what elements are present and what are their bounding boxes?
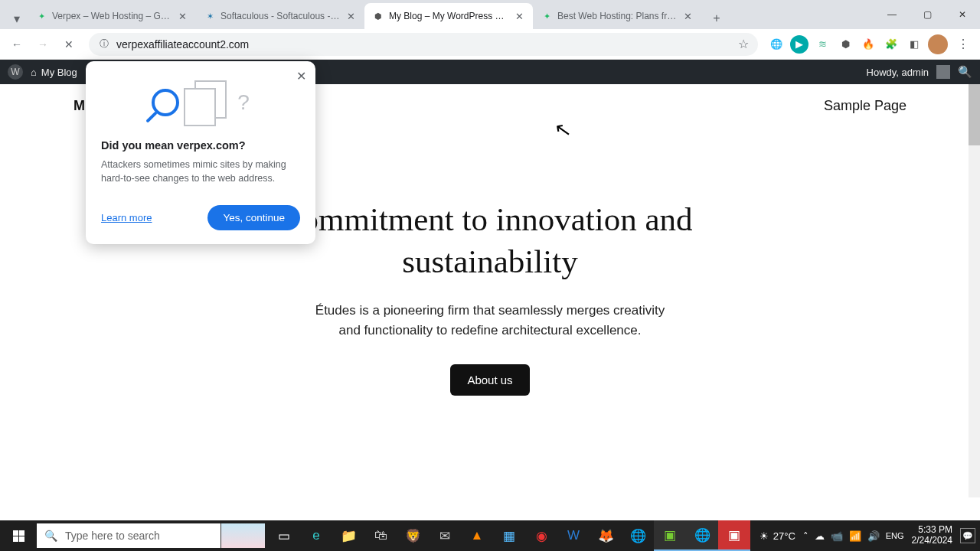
- chrome-icon[interactable]: 🌐: [622, 520, 654, 551]
- home-icon: ⌂: [31, 67, 37, 78]
- favicon-icon: ⬢: [372, 10, 384, 22]
- nav-sample-page[interactable]: Sample Page: [824, 98, 906, 114]
- wp-greeting[interactable]: Howdy, admin: [867, 67, 929, 78]
- camtasia-icon[interactable]: ▣: [654, 520, 686, 551]
- weather-temp: 27°C: [773, 530, 795, 542]
- brave-icon[interactable]: 🦁: [397, 520, 429, 551]
- extensions-row: 🌐 ▶ ≋ ⬢ 🔥 🧩 ◧ ⋮: [767, 34, 974, 55]
- mail-icon[interactable]: ✉: [429, 520, 461, 551]
- vlc-icon[interactable]: ▲: [461, 520, 493, 551]
- extension-icon[interactable]: 🔥: [859, 35, 877, 54]
- extension-icon[interactable]: 🌐: [767, 35, 786, 54]
- document-icon: [184, 88, 216, 126]
- recorder-icon[interactable]: ▣: [718, 520, 750, 551]
- tray-chevron-icon[interactable]: ˄: [803, 530, 808, 542]
- site-title[interactable]: M: [74, 98, 85, 114]
- close-icon[interactable]: ✕: [296, 69, 306, 83]
- tab-title: Softaculous - Softaculous - Wo: [220, 11, 340, 21]
- taskbar-news-widget[interactable]: [220, 523, 265, 548]
- volume-icon[interactable]: 🔊: [867, 530, 880, 542]
- weather-icon: ☀: [760, 530, 769, 542]
- site-info-icon[interactable]: ⓘ: [98, 38, 110, 51]
- onedrive-icon[interactable]: ☁: [815, 530, 825, 542]
- wordpress-logo-icon[interactable]: W: [8, 64, 23, 80]
- side-panel-icon[interactable]: ◧: [905, 35, 923, 54]
- address-bar[interactable]: ⓘ verpexaffiliateaccount2.com ☆: [89, 33, 758, 56]
- url-text: verpexaffiliateaccount2.com: [116, 38, 732, 51]
- search-placeholder: Type here to search: [65, 530, 160, 542]
- tab-verpex[interactable]: ✦ Verpex – Web Hosting – Gold ✕: [28, 3, 196, 29]
- about-us-button[interactable]: About us: [450, 364, 529, 396]
- tab-title: My Blog – My WordPress Blog: [389, 11, 508, 21]
- search-icon: 🔍: [44, 530, 57, 542]
- extension-icon[interactable]: ≋: [813, 35, 831, 54]
- system-tray: ☀ 27°C ˄ ☁ 📹 📶 🔊 ENG 5:33 PM 2/24/2024 💬: [760, 525, 980, 546]
- yes-continue-button[interactable]: Yes, continue: [207, 205, 300, 230]
- weather-widget[interactable]: ☀ 27°C: [760, 530, 795, 542]
- start-button[interactable]: [0, 520, 37, 551]
- tab-title: Verpex – Web Hosting – Gold: [52, 11, 172, 21]
- taskbar-search[interactable]: 🔍 Type here to search: [37, 523, 220, 548]
- tab-besthosting[interactable]: ✦ Best Web Hosting: Plans from $ ✕: [533, 3, 701, 29]
- close-icon[interactable]: ✕: [345, 10, 357, 22]
- new-tab-button[interactable]: +: [706, 8, 727, 29]
- notifications-icon[interactable]: 💬: [960, 528, 975, 543]
- browser-menu-icon[interactable]: ⋮: [952, 34, 974, 55]
- stop-reload-button[interactable]: ✕: [58, 34, 80, 55]
- tab-softaculous[interactable]: ✶ Softaculous - Softaculous - Wo ✕: [196, 3, 364, 29]
- wifi-icon[interactable]: 📶: [849, 530, 861, 542]
- maximize-button[interactable]: ▢: [910, 0, 945, 29]
- search-icon[interactable]: 🔍: [958, 65, 972, 79]
- chrome-active-icon[interactable]: 🌐: [686, 520, 718, 551]
- firefox-icon[interactable]: 🦊: [590, 520, 622, 551]
- safe-browsing-popup: ✕ ? Did you mean verpex.com? Attackers s…: [86, 61, 315, 244]
- hero-body: Études is a pioneering firm that seamles…: [306, 301, 674, 341]
- vertical-scrollbar[interactable]: [969, 84, 980, 497]
- browser-tab-strip: ▾ ✦ Verpex – Web Hosting – Gold ✕ ✶ Soft…: [0, 0, 980, 29]
- app-icon[interactable]: ▦: [493, 520, 525, 551]
- clock-date: 2/24/2024: [912, 536, 952, 546]
- window-controls: — ▢ ✕: [874, 0, 980, 29]
- favicon-icon: ✶: [204, 10, 216, 22]
- extensions-puzzle-icon[interactable]: 🧩: [882, 35, 900, 54]
- windows-taskbar: 🔍 Type here to search ▭ e 📁 🛍 🦁 ✉ ▲ ▦ ◉ …: [0, 520, 980, 551]
- close-icon[interactable]: ✕: [176, 10, 188, 22]
- extension-icon[interactable]: ⬢: [836, 35, 854, 54]
- popup-title: Did you mean verpex.com?: [101, 139, 300, 152]
- favicon-icon: ✦: [35, 10, 47, 22]
- taskbar-clock[interactable]: 5:33 PM 2/24/2024: [912, 525, 952, 546]
- windows-logo-icon: [13, 530, 24, 542]
- scrollbar-thumb[interactable]: [969, 84, 980, 145]
- profile-avatar[interactable]: [928, 34, 948, 54]
- extension-icon[interactable]: ▶: [790, 35, 808, 54]
- close-icon[interactable]: ✕: [681, 10, 694, 22]
- magnifier-icon: [152, 89, 179, 116]
- clock-time: 5:33 PM: [912, 525, 952, 536]
- browser-toolbar: ← → ✕ ⓘ verpexaffiliateaccount2.com ☆ 🌐 …: [0, 29, 980, 60]
- tab-search-dropdown[interactable]: ▾: [6, 8, 28, 29]
- popup-illustration: ?: [101, 77, 300, 129]
- language-indicator[interactable]: ENG: [886, 531, 904, 540]
- word-icon[interactable]: W: [557, 520, 590, 551]
- minimize-button[interactable]: —: [874, 0, 910, 29]
- task-view-icon[interactable]: ▭: [268, 520, 300, 551]
- file-explorer-icon[interactable]: 📁: [332, 520, 364, 551]
- forward-button[interactable]: →: [32, 34, 54, 55]
- app-icon[interactable]: ◉: [525, 520, 557, 551]
- taskbar-apps: ▭ e 📁 🛍 🦁 ✉ ▲ ▦ ◉ W 🦊 🌐 ▣ 🌐 ▣: [268, 520, 750, 551]
- store-icon[interactable]: 🛍: [364, 520, 397, 551]
- question-mark-icon: ?: [237, 90, 250, 115]
- favicon-icon: ✦: [541, 10, 553, 22]
- close-window-button[interactable]: ✕: [945, 0, 980, 29]
- popup-body: Attackers sometimes mimic sites by makin…: [101, 158, 300, 185]
- tab-myblog[interactable]: ⬢ My Blog – My WordPress Blog ✕: [364, 3, 533, 29]
- learn-more-link[interactable]: Learn more: [101, 212, 152, 223]
- close-icon[interactable]: ✕: [513, 10, 525, 22]
- bookmark-star-icon[interactable]: ☆: [738, 37, 749, 51]
- back-button[interactable]: ←: [6, 34, 28, 55]
- edge-icon[interactable]: e: [300, 520, 332, 551]
- wp-user-avatar[interactable]: [936, 65, 950, 79]
- meet-now-icon[interactable]: 📹: [831, 530, 843, 542]
- tab-title: Best Web Hosting: Plans from $: [557, 11, 677, 21]
- wp-site-link[interactable]: ⌂ My Blog: [31, 67, 77, 78]
